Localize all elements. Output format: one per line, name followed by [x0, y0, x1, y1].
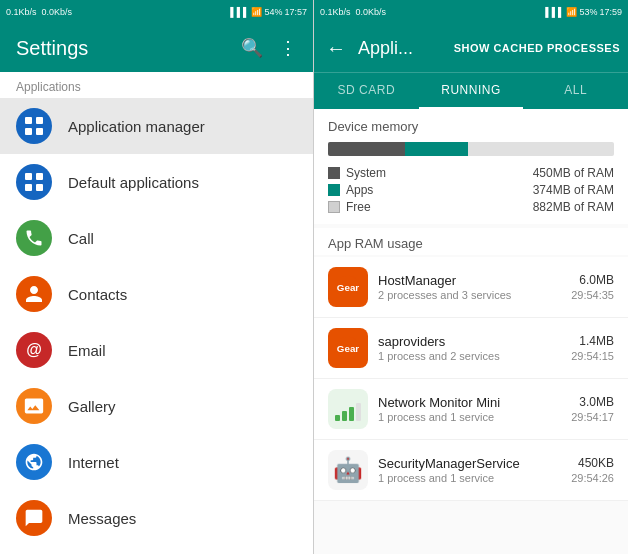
internet-label: Internet [68, 454, 119, 471]
memory-bar [328, 142, 614, 156]
svg-rect-0 [25, 117, 32, 124]
svg-text:Gear: Gear [337, 343, 360, 354]
menu-item-internet[interactable]: Internet [0, 434, 313, 490]
host-manager-size: 6.0MB [571, 273, 614, 287]
svg-rect-2 [25, 128, 32, 135]
legend-apps: Apps 374MB of RAM [328, 183, 614, 197]
legend-dot-free [328, 201, 340, 213]
status-bar-right: 0.1Kb/s 0.0Kb/s ▌▌▌ 📶 53% 17:59 [314, 0, 628, 24]
security-manager-processes: 1 process and 1 service [378, 472, 571, 484]
network-speed-right: 0.1Kb/s 0.0Kb/s [320, 7, 386, 17]
menu-item-contacts[interactable]: Contacts [0, 266, 313, 322]
menu-item-default-apps[interactable]: Default applications [0, 154, 313, 210]
legend-value-free: 882MB of RAM [533, 200, 614, 214]
security-manager-time: 29:54:26 [571, 472, 614, 484]
menu-item-email[interactable]: @ Email [0, 322, 313, 378]
menu-item-splanner[interactable]: S Planner [0, 546, 313, 554]
security-manager-stats: 450KB 29:54:26 [571, 456, 614, 484]
saproviders-size: 1.4MB [571, 334, 614, 348]
settings-title: Settings [16, 37, 88, 60]
security-manager-name: SecurityManagerService [378, 456, 571, 471]
memory-bar-system [328, 142, 405, 156]
bar3 [349, 407, 354, 421]
menu-item-app-manager[interactable]: Application manager [0, 98, 313, 154]
svg-rect-1 [36, 117, 43, 124]
legend-dot-apps [328, 184, 340, 196]
security-manager-icon: 🤖 [328, 450, 368, 490]
app-ram-section: App RAM usage [314, 228, 628, 255]
app-item-host-manager[interactable]: Gear HostManager 2 processes and 3 servi… [314, 257, 628, 318]
app-manager-label: Application manager [68, 118, 205, 135]
legend-label-system: System [346, 166, 527, 180]
toolbar-left: Settings 🔍 ⋮ [0, 24, 313, 72]
menu-list: Application manager Default applications… [0, 98, 313, 554]
status-icons-right: ▌▌▌ 📶 53% 17:59 [545, 7, 622, 17]
legend-label-free: Free [346, 200, 527, 214]
saproviders-processes: 1 process and 2 services [378, 350, 571, 362]
default-apps-icon [16, 164, 52, 200]
app-item-network-monitor[interactable]: Network Monitor Mini 1 process and 1 ser… [314, 379, 628, 440]
show-cached-button[interactable]: SHOW CACHED PROCESSES [454, 42, 620, 54]
menu-item-messages[interactable]: Messages [0, 490, 313, 546]
security-manager-size: 450KB [571, 456, 614, 470]
right-panel-title: Appli... [358, 38, 446, 59]
app-manager-icon [16, 108, 52, 144]
status-icons-left: ▌▌▌ 📶 54% 17:57 [230, 7, 307, 17]
call-icon [16, 220, 52, 256]
menu-item-call[interactable]: Call [0, 210, 313, 266]
host-manager-info: HostManager 2 processes and 3 services [378, 273, 571, 301]
saproviders-stats: 1.4MB 29:54:15 [571, 334, 614, 362]
legend-dot-system [328, 167, 340, 179]
host-manager-name: HostManager [378, 273, 571, 288]
legend-system: System 450MB of RAM [328, 166, 614, 180]
battery-left: 54% [264, 7, 282, 17]
saproviders-info: saproviders 1 process and 2 services [378, 334, 571, 362]
messages-icon [16, 500, 52, 536]
app-item-security-manager[interactable]: 🤖 SecurityManagerService 1 process and 1… [314, 440, 628, 501]
tab-running[interactable]: RUNNING [419, 73, 524, 109]
search-icon[interactable]: 🔍 [241, 37, 263, 59]
app-ram-title: App RAM usage [328, 236, 614, 251]
wifi-icon: 📶 [251, 7, 262, 17]
network-monitor-icon [328, 389, 368, 429]
time-right: 17:59 [599, 7, 622, 17]
security-manager-info: SecurityManagerService 1 process and 1 s… [378, 456, 571, 484]
device-memory-section: Device memory System 450MB of RAM Apps 3… [314, 109, 628, 224]
host-manager-icon: Gear [328, 267, 368, 307]
content-area: Device memory System 450MB of RAM Apps 3… [314, 109, 628, 554]
app-list: Gear HostManager 2 processes and 3 servi… [314, 257, 628, 501]
legend-label-apps: Apps [346, 183, 527, 197]
android-icon: 🤖 [333, 456, 363, 484]
tabs-bar: SD CARD RUNNING ALL [314, 72, 628, 109]
network-monitor-info: Network Monitor Mini 1 process and 1 ser… [378, 395, 571, 423]
memory-bar-apps [405, 142, 468, 156]
svg-rect-6 [25, 184, 32, 191]
signal-icon-right: ▌▌▌ [545, 7, 564, 17]
default-apps-label: Default applications [68, 174, 199, 191]
network-monitor-size: 3.0MB [571, 395, 614, 409]
bar4 [356, 403, 361, 421]
toolbar-right: ← Appli... SHOW CACHED PROCESSES [314, 24, 628, 72]
wifi-icon-right: 📶 [566, 7, 577, 17]
device-memory-title: Device memory [328, 119, 614, 134]
memory-legend: System 450MB of RAM Apps 374MB of RAM Fr… [328, 166, 614, 214]
tab-sd-card[interactable]: SD CARD [314, 73, 419, 109]
saproviders-name: saproviders [378, 334, 571, 349]
menu-item-gallery[interactable]: Gallery [0, 378, 313, 434]
svg-rect-7 [36, 184, 43, 191]
internet-icon [16, 444, 52, 480]
back-button[interactable]: ← [322, 33, 350, 64]
bar2 [342, 411, 347, 421]
network-speed-left: 0.1Kb/s 0.0Kb/s [6, 7, 72, 17]
app-item-saproviders[interactable]: Gear saproviders 1 process and 2 service… [314, 318, 628, 379]
more-icon[interactable]: ⋮ [279, 37, 297, 59]
host-manager-stats: 6.0MB 29:54:35 [571, 273, 614, 301]
tab-all[interactable]: ALL [523, 73, 628, 109]
svg-rect-5 [36, 173, 43, 180]
network-monitor-name: Network Monitor Mini [378, 395, 571, 410]
network-monitor-time: 29:54:17 [571, 411, 614, 423]
signal-icon: ▌▌▌ [230, 7, 249, 17]
svg-text:Gear: Gear [337, 282, 360, 293]
contacts-label: Contacts [68, 286, 127, 303]
network-bars-icon [335, 397, 361, 421]
